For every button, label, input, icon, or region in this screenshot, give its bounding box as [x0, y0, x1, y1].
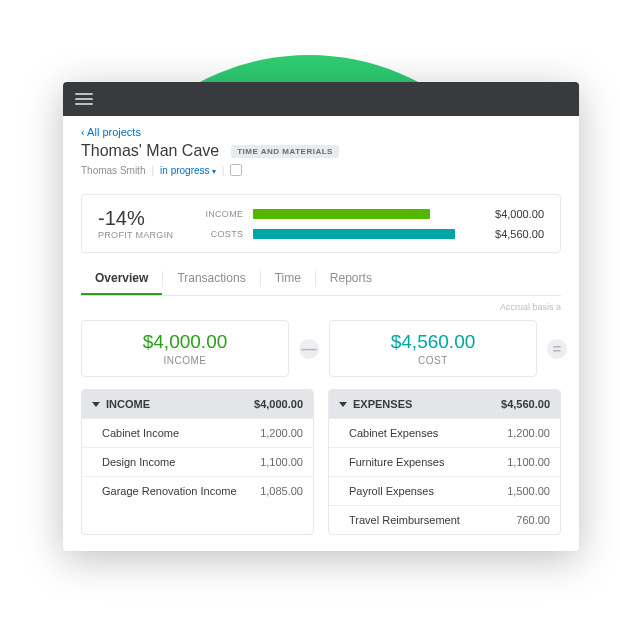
summary-row: $4,000.00 INCOME — $4,560.00 COST =	[81, 320, 561, 377]
list-item[interactable]: Cabinet Income1,200.00	[82, 418, 313, 447]
list-item-label: Furniture Expenses	[349, 456, 444, 468]
caret-down-icon	[92, 402, 100, 407]
minus-icon: —	[297, 337, 321, 361]
cost-bar-value: $4,560.00	[476, 228, 544, 240]
income-card-label: INCOME	[82, 355, 288, 366]
list-item-value: 1,200.00	[507, 427, 550, 439]
list-item-value: 1,085.00	[260, 485, 303, 497]
metrics-panel: -14% PROFIT MARGIN INCOME $4,000.00 COST…	[81, 194, 561, 253]
income-card: $4,000.00 INCOME	[81, 320, 289, 377]
income-list: INCOME $4,000.00 Cabinet Income1,200.00D…	[81, 389, 314, 535]
expense-list-total: $4,560.00	[501, 398, 550, 410]
tab-time[interactable]: Time	[261, 263, 315, 295]
list-item-value: 1,500.00	[507, 485, 550, 497]
equals-icon: =	[545, 337, 569, 361]
list-item[interactable]: Cabinet Expenses1,200.00	[329, 418, 560, 447]
cost-card-label: COST	[330, 355, 536, 366]
list-item[interactable]: Travel Reimbursement760.00	[329, 505, 560, 534]
list-item[interactable]: Design Income1,100.00	[82, 447, 313, 476]
note-icon[interactable]	[230, 164, 242, 176]
list-item-value: 1,100.00	[260, 456, 303, 468]
project-type-tag: TIME AND MATERIALS	[231, 145, 339, 158]
cost-bar	[253, 229, 455, 239]
status-dropdown[interactable]: in progress	[160, 165, 216, 176]
list-item-label: Cabinet Expenses	[349, 427, 438, 439]
list-item-value: 760.00	[516, 514, 550, 526]
expense-list: EXPENSES $4,560.00 Cabinet Expenses1,200…	[328, 389, 561, 535]
project-title: Thomas' Man Cave	[81, 142, 219, 160]
expense-list-header[interactable]: EXPENSES $4,560.00	[329, 390, 560, 418]
income-bar-value: $4,000.00	[476, 208, 544, 220]
breakdown-lists: INCOME $4,000.00 Cabinet Income1,200.00D…	[81, 389, 561, 535]
topbar	[63, 82, 579, 116]
list-item-label: Cabinet Income	[102, 427, 179, 439]
app-window: ‹ All projects Thomas' Man Cave TIME AND…	[63, 82, 579, 551]
divider: |	[151, 165, 154, 176]
income-bar	[253, 209, 430, 219]
cost-card: $4,560.00 COST	[329, 320, 537, 377]
list-item-label: Garage Renovation Income	[102, 485, 237, 497]
expense-rows: Cabinet Expenses1,200.00Furniture Expens…	[329, 418, 560, 534]
income-list-header[interactable]: INCOME $4,000.00	[82, 390, 313, 418]
list-item[interactable]: Garage Renovation Income1,085.00	[82, 476, 313, 505]
list-item-value: 1,100.00	[507, 456, 550, 468]
tabs: Overview Transactions Time Reports	[81, 263, 561, 296]
caret-down-icon	[339, 402, 347, 407]
profit-margin-label: PROFIT MARGIN	[98, 230, 173, 240]
list-item-label: Design Income	[102, 456, 175, 468]
customer-name: Thomas Smith	[81, 165, 145, 176]
list-item[interactable]: Furniture Expenses1,100.00	[329, 447, 560, 476]
accrual-basis-label: Accrual basis a	[63, 296, 579, 312]
list-item[interactable]: Payroll Expenses1,500.00	[329, 476, 560, 505]
back-link[interactable]: ‹ All projects	[81, 126, 561, 138]
tab-reports[interactable]: Reports	[316, 263, 386, 295]
income-rows: Cabinet Income1,200.00Design Income1,100…	[82, 418, 313, 505]
profit-margin-value: -14%	[98, 207, 173, 230]
list-item-label: Payroll Expenses	[349, 485, 434, 497]
project-header: ‹ All projects Thomas' Man Cave TIME AND…	[63, 116, 579, 184]
list-item-label: Travel Reimbursement	[349, 514, 460, 526]
tab-transactions[interactable]: Transactions	[163, 263, 259, 295]
income-bar-label: INCOME	[193, 209, 243, 219]
cost-amount: $4,560.00	[330, 331, 536, 353]
list-item-value: 1,200.00	[260, 427, 303, 439]
tab-overview[interactable]: Overview	[81, 263, 162, 295]
hamburger-icon[interactable]	[75, 93, 93, 105]
divider: |	[222, 165, 225, 176]
income-amount: $4,000.00	[82, 331, 288, 353]
cost-bar-label: COSTS	[193, 229, 243, 239]
income-list-total: $4,000.00	[254, 398, 303, 410]
